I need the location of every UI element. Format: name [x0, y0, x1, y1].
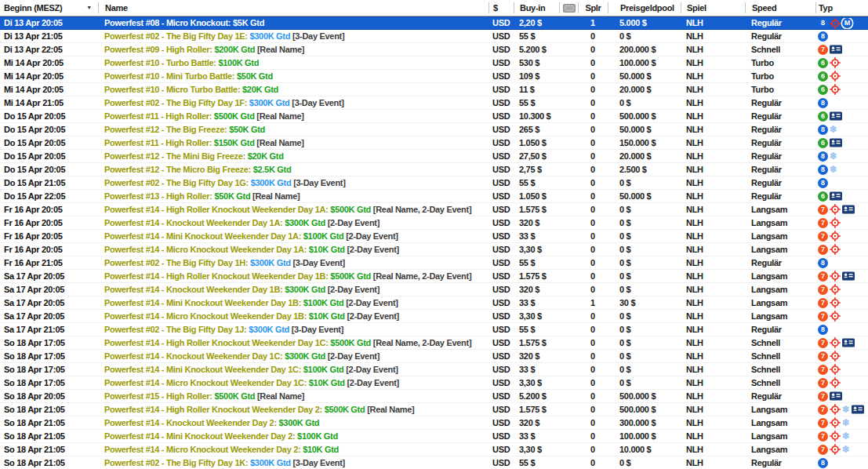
column-header-name[interactable]: Name [98, 2, 488, 13]
players-count-cell: 0 [578, 30, 608, 43]
tournament-row[interactable]: Di 13 Apr 21:05 Powerfest #02 - The Big … [0, 30, 868, 43]
column-header-preisgeldpool[interactable]: Preisgeldpool [608, 2, 681, 13]
column-header-beginn[interactable]: Beginn (MESZ) ▼ [0, 2, 98, 13]
freeze-icon: ❄ [842, 445, 850, 455]
real-name-icon [852, 405, 864, 414]
tournament-row[interactable]: So 18 Apr 21:05 Powerfest #14 - Mini Kno… [0, 430, 868, 443]
tournament-row[interactable]: So 18 Apr 17:05 Powerfest #14 - Knockout… [0, 350, 868, 363]
tournament-row[interactable]: Do 15 Apr 20:05 Powerfest #11 - High Rol… [0, 136, 868, 150]
players-count-cell: 0 [578, 456, 608, 469]
tournament-row[interactable]: So 18 Apr 21:05 Powerfest #14 - High Rol… [0, 403, 868, 416]
tournament-row[interactable]: Sa 17 Apr 21:05 Powerfest #02 - The Big … [0, 323, 868, 336]
event-tag: [2-Day Event] [345, 311, 399, 321]
tournament-row[interactable]: So 18 Apr 21:05 Powerfest #14 - Micro Kn… [0, 443, 868, 456]
tournament-row[interactable]: Sa 17 Apr 20:05 Powerfest #14 - Mini Kno… [0, 296, 868, 310]
tournament-row[interactable]: Mi 14 Apr 20:05 Powerfest #10 - Turbo Ba… [0, 56, 868, 70]
event-tag: [2-Day Event] [325, 285, 380, 294]
start-time-cell: So 18 Apr 17:05 [0, 350, 98, 363]
prizepool-cell: 0 $ [608, 30, 681, 43]
players-count-cell: 0 [578, 163, 608, 176]
column-header-spiel[interactable]: Spiel [681, 2, 745, 13]
prizepool-cell: 0 $ [608, 230, 681, 243]
tournament-row[interactable]: Sa 17 Apr 20:05 Powerfest #14 - Micro Kn… [0, 310, 868, 323]
prizepool-cell: 0 $ [608, 270, 681, 283]
column-header-typ[interactable]: Typ [815, 2, 868, 13]
prizepool-cell: 50.000 $ [608, 190, 681, 203]
speed-cell: Regulär [745, 256, 815, 270]
currency-cell: USD [488, 150, 514, 163]
tournament-row[interactable]: So 18 Apr 17:05 Powerfest #14 - Mini Kno… [0, 363, 868, 376]
tournament-name: Powerfest #11 - High Roller: [104, 138, 212, 147]
bounty-target-icon [830, 71, 841, 82]
currency-cell: USD [488, 163, 514, 176]
tournament-name: Powerfest #10 - Turbo Battle: [104, 58, 216, 67]
tournament-name-cell: Powerfest #14 - Micro Knockout Weekender… [98, 310, 488, 323]
tournament-row[interactable]: Do 15 Apr 21:05 Powerfest #02 - The Big … [0, 176, 868, 190]
buyin-cell: 1.575 $ [514, 336, 559, 350]
tournament-name: Powerfest #02 - The Big Fifty Day 1J: [104, 325, 246, 334]
tournament-row[interactable]: Sa 17 Apr 20:05 Powerfest #14 - High Rol… [0, 270, 868, 283]
tournament-row[interactable]: Fr 16 Apr 20:05 Powerfest #14 - Mini Kno… [0, 230, 868, 243]
tournament-name-cell: Powerfest #02 - The Big Fifty Day 1H: $3… [98, 256, 488, 270]
column-header-speed[interactable]: Speed [745, 2, 815, 13]
currency-cell: USD [488, 190, 514, 203]
event-tag: [2-Day Event] [325, 351, 380, 361]
tournament-row[interactable]: Do 15 Apr 20:05 Powerfest #11 - High Rol… [0, 110, 868, 123]
game-type-cell: NLH [681, 283, 745, 296]
game-type-cell: NLH [681, 363, 745, 376]
tournament-row[interactable]: Mi 14 Apr 20:05 Powerfest #10 - Micro Tu… [0, 83, 868, 96]
players-count-cell: 0 [578, 416, 608, 430]
speed-cell: Turbo [745, 56, 815, 70]
prizepool-cell: 0 $ [608, 96, 681, 110]
real-name-icon [830, 138, 842, 147]
prizepool-cell: 10.000 $ [608, 443, 681, 456]
speed-cell: Regulär [745, 16, 815, 30]
tournament-row[interactable]: Mi 14 Apr 21:05 Powerfest #02 - The Big … [0, 96, 868, 110]
tournament-row[interactable]: Fr 16 Apr 20:05 Powerfest #14 - High Rol… [0, 203, 868, 216]
tournament-row[interactable]: Fr 16 Apr 20:05 Powerfest #14 - Micro Kn… [0, 243, 868, 256]
column-header-splr[interactable]: Splr [578, 2, 608, 13]
guarantee-amount: $100K Gtd [301, 231, 343, 241]
column-header-buyin[interactable]: Buy-in [514, 2, 559, 13]
tournament-name: Powerfest #14 - Mini Knockout Weekender … [104, 365, 301, 374]
event-tag: [2-Day Event] [345, 245, 399, 254]
tournament-row[interactable]: So 18 Apr 17:05 Powerfest #14 - Micro Kn… [0, 376, 868, 390]
column-header-ticket[interactable] [559, 2, 578, 13]
event-tag: [Real Name] [255, 391, 304, 401]
tournament-row[interactable]: Sa 17 Apr 20:05 Powerfest #14 - Knockout… [0, 283, 868, 296]
bounty-target-icon [830, 271, 841, 282]
tournament-row[interactable]: So 18 Apr 21:05 Powerfest #02 - The Big … [0, 456, 868, 469]
tournament-row[interactable]: Fr 16 Apr 21:05 Powerfest #02 - The Big … [0, 256, 868, 270]
guarantee-amount: $300K Gtd [282, 218, 325, 227]
start-time-cell: Do 15 Apr 20:05 [0, 150, 98, 163]
tournament-row[interactable]: Fr 16 Apr 20:05 Powerfest #14 - Knockout… [0, 216, 868, 230]
start-time-cell: Fr 16 Apr 20:05 [0, 203, 98, 216]
tournament-row[interactable]: Mi 14 Apr 20:05 Powerfest #10 - Mini Tur… [0, 70, 868, 83]
tournament-row[interactable]: Di 13 Apr 20:05 Powerfest #08 - Micro Kn… [0, 16, 868, 30]
players-count-cell: 0 [578, 150, 608, 163]
currency-cell: USD [488, 403, 514, 416]
tournament-row[interactable]: So 18 Apr 20:05 Powerfest #15 - High Rol… [0, 390, 868, 403]
freeze-icon: ❄ [830, 151, 837, 162]
type-icons-cell: 8 [815, 98, 868, 108]
start-time-cell: Mi 14 Apr 21:05 [0, 96, 98, 110]
multi-day-icon: M [842, 18, 852, 28]
tournament-name: Powerfest #14 - Micro Knockout Weekender… [104, 245, 307, 254]
tournament-row[interactable]: So 18 Apr 17:05 Powerfest #14 - High Rol… [0, 336, 868, 350]
sort-dropdown-icon[interactable]: ▼ [86, 2, 92, 13]
tournament-row[interactable]: So 18 Apr 21:05 Powerfest #14 - Knockout… [0, 416, 868, 430]
tournament-row[interactable]: Do 15 Apr 20:05 Powerfest #12 - The Mini… [0, 150, 868, 163]
tournament-row[interactable]: Do 15 Apr 20:05 Powerfest #12 - The Micr… [0, 163, 868, 176]
currency-cell: USD [488, 110, 514, 123]
prizepool-cell: 20.000 $ [608, 83, 681, 96]
type-icons-cell: 8❄ [815, 165, 868, 175]
tournament-row[interactable]: Do 15 Apr 22:05 Powerfest #13 - High Rol… [0, 190, 868, 203]
tournament-name-cell: Powerfest #02 - The Big Fifty Day 1E: $3… [98, 30, 488, 43]
speed-cell: Regulär [745, 390, 815, 403]
column-header-currency[interactable]: $ [488, 2, 514, 13]
seats-7-icon: 7 [818, 445, 828, 455]
tournament-row[interactable]: Do 15 Apr 20:05 Powerfest #12 - The Big … [0, 123, 868, 136]
real-name-icon [830, 45, 842, 54]
tournament-row[interactable]: Di 13 Apr 22:05 Powerfest #09 - High Rol… [0, 43, 868, 56]
game-type-cell: NLH [681, 83, 745, 96]
